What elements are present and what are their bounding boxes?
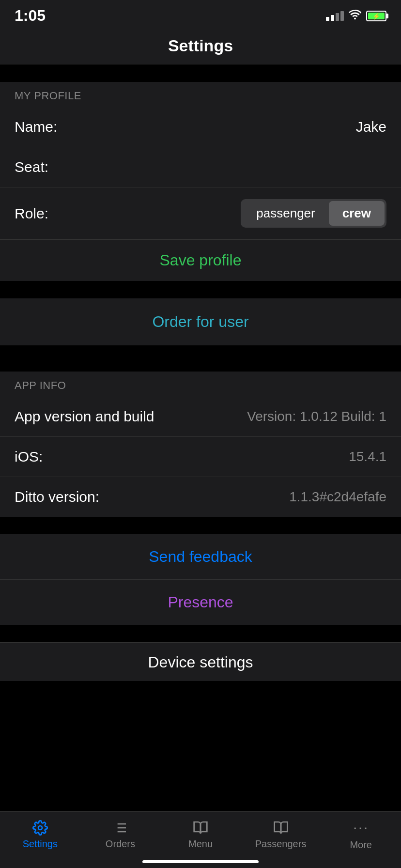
name-label: Name:	[15, 119, 57, 135]
seat-label: Seat:	[15, 159, 48, 175]
send-feedback-button[interactable]: Send feedback	[149, 548, 252, 566]
gap-1	[0, 64, 401, 82]
more-tab-icon: ···	[353, 819, 369, 837]
menu-tab-label: Menu	[188, 838, 213, 850]
device-settings-label: Device settings	[148, 653, 253, 671]
status-icons: ⚡	[326, 10, 386, 22]
tab-settings[interactable]: Settings	[0, 820, 80, 850]
status-time: 1:05	[15, 7, 46, 25]
order-section: Order for user	[0, 298, 401, 345]
settings-tab-label: Settings	[23, 838, 58, 850]
signal-icon	[326, 11, 344, 21]
ditto-value: 1.1.3#c2d4efafe	[289, 489, 386, 505]
more-tab-label: More	[350, 839, 372, 851]
presence-button[interactable]: Presence	[168, 593, 233, 611]
ios-row: iOS: 15.4.1	[0, 437, 401, 477]
name-row: Name: Jake	[0, 107, 401, 147]
order-for-user-button[interactable]: Order for user	[152, 313, 248, 331]
gap-4	[0, 517, 401, 534]
orders-tab-icon	[112, 820, 128, 836]
version-row: App version and build Version: 1.0.12 Bu…	[0, 397, 401, 437]
gap-5	[0, 625, 401, 642]
battery-icon: ⚡	[366, 11, 386, 21]
ditto-label: Ditto version:	[15, 489, 99, 505]
page-title: Settings	[0, 36, 401, 55]
wifi-icon	[349, 10, 361, 22]
presence-row: Presence	[0, 580, 401, 625]
device-settings-partial: Device settings	[0, 642, 401, 681]
ditto-row: Ditto version: 1.1.3#c2d4efafe	[0, 477, 401, 517]
tab-menu[interactable]: Menu	[160, 820, 241, 850]
ios-value: 15.4.1	[349, 449, 386, 465]
ios-label: iOS:	[15, 449, 43, 465]
passengers-tab-label: Passengers	[255, 838, 307, 850]
gap-3	[0, 345, 401, 363]
app-info-section-header: APP INFO	[0, 372, 401, 397]
tab-more[interactable]: ··· More	[321, 819, 401, 851]
orders-tab-label: Orders	[106, 838, 135, 850]
role-label: Role:	[15, 205, 48, 222]
tab-bar: Settings Orders Menu Passengers ··· More	[0, 811, 401, 868]
profile-section: Name: Jake Seat: Role: passenger crew	[0, 107, 401, 239]
role-crew-btn[interactable]: crew	[329, 201, 385, 226]
gap-2	[0, 281, 401, 298]
role-row: Role: passenger crew	[0, 187, 401, 239]
role-toggle: passenger crew	[241, 199, 386, 228]
name-value: Jake	[356, 119, 386, 135]
nav-header: Settings	[0, 30, 401, 64]
status-bar: 1:05 ⚡	[0, 0, 401, 30]
save-profile-row: Save profile	[0, 239, 401, 281]
role-passenger-btn[interactable]: passenger	[243, 201, 328, 226]
settings-tab-icon	[32, 820, 48, 836]
version-value: Version: 1.0.12 Build: 1	[247, 409, 386, 424]
gap-3b	[0, 363, 401, 372]
tab-orders[interactable]: Orders	[80, 820, 161, 850]
app-info-section: App version and build Version: 1.0.12 Bu…	[0, 397, 401, 517]
seat-row: Seat:	[0, 147, 401, 187]
home-indicator	[142, 860, 259, 863]
tab-passengers[interactable]: Passengers	[241, 820, 321, 850]
my-profile-section-header: MY PROFILE	[0, 82, 401, 107]
menu-tab-icon	[193, 820, 208, 836]
svg-point-0	[38, 826, 42, 830]
send-feedback-row: Send feedback	[0, 534, 401, 580]
save-profile-button[interactable]: Save profile	[160, 251, 242, 269]
version-label: App version and build	[15, 408, 154, 425]
actions-section: Send feedback Presence	[0, 534, 401, 625]
passengers-tab-icon	[273, 820, 289, 836]
